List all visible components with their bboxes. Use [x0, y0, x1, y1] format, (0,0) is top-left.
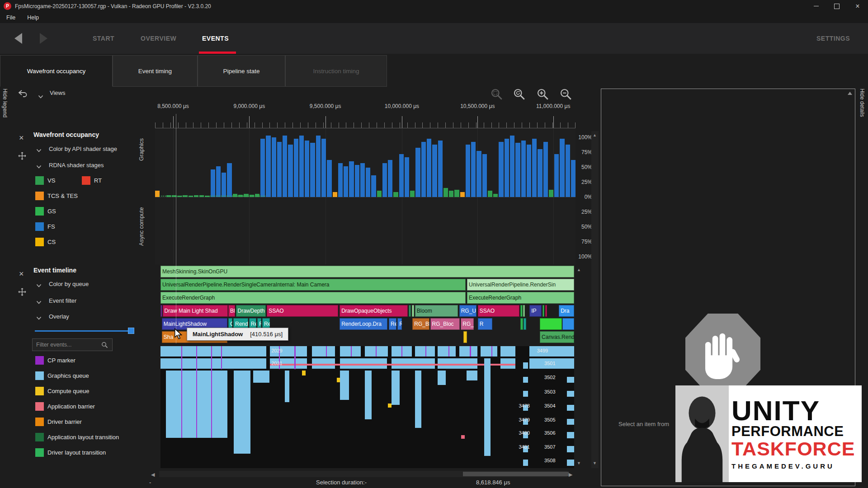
occupancy-bar[interactable] [488, 191, 492, 197]
occupancy-bar[interactable] [532, 139, 537, 197]
detail-bar[interactable] [567, 460, 574, 466]
color-by-queue-dropdown[interactable]: Color by queue [49, 281, 89, 287]
occupancy-bar[interactable] [299, 136, 304, 197]
occupancy-bar[interactable] [521, 141, 526, 197]
occupancy-bar[interactable] [460, 192, 465, 197]
occupancy-chart[interactable] [155, 136, 576, 197]
occupancy-bar[interactable] [216, 166, 221, 197]
occupancy-bar[interactable] [288, 145, 292, 197]
occupancy-bar[interactable] [344, 166, 348, 197]
occupancy-bar[interactable] [366, 168, 370, 197]
occupancy-bar[interactable] [454, 190, 459, 197]
detail-bar[interactable] [448, 346, 449, 357]
tab-start[interactable]: START [93, 23, 114, 54]
occupancy-bar[interactable] [327, 160, 331, 197]
detail-bar[interactable] [351, 346, 352, 357]
occupancy-bar[interactable] [333, 192, 337, 197]
vscroll-down-icon[interactable]: ▼ [593, 461, 597, 465]
occupancy-bar[interactable] [543, 142, 548, 197]
detail-bar[interactable] [401, 346, 402, 357]
detail-bar[interactable] [365, 371, 372, 419]
event-segment[interactable] [523, 305, 525, 317]
occupancy-bar[interactable] [443, 188, 448, 197]
detail-bar[interactable] [392, 371, 400, 405]
detail-bar[interactable] [181, 346, 182, 438]
detail-bar[interactable] [340, 371, 349, 400]
occupancy-bar[interactable] [321, 139, 326, 197]
event-segment[interactable]: SSAO [267, 305, 338, 317]
occupancy-bar[interactable] [393, 192, 398, 197]
occupancy-bar[interactable] [272, 137, 276, 197]
event-segment[interactable] [542, 305, 545, 317]
event-segment[interactable]: ExecuteRenderGraph [467, 292, 574, 304]
detail-bar[interactable] [270, 364, 516, 366]
occupancy-bar[interactable] [471, 142, 476, 197]
back-button[interactable] [14, 33, 22, 44]
occupancy-bar[interactable] [549, 190, 553, 197]
detail-bar[interactable] [376, 346, 377, 357]
detail-bar[interactable] [425, 346, 426, 357]
occupancy-bar[interactable] [476, 151, 481, 197]
occupancy-bar[interactable] [571, 160, 576, 197]
zoom-reset-button[interactable] [513, 88, 526, 101]
event-segment[interactable] [412, 305, 414, 317]
minimize-button[interactable] [806, 0, 826, 12]
maximize-button[interactable] [826, 0, 847, 12]
occupancy-bar[interactable] [410, 191, 415, 197]
event-segment[interactable]: MeshSkinning.SkinOnGPU [160, 266, 574, 277]
occupancy-bar[interactable] [371, 175, 376, 197]
close-button[interactable]: × [847, 0, 868, 12]
occupancy-bar[interactable] [427, 139, 431, 197]
subtab-pipeline-state[interactable]: Pipeline state [198, 55, 285, 87]
rows-scroll-down-icon[interactable]: ▼ [577, 461, 581, 465]
detail-bar[interactable] [285, 371, 290, 402]
occupancy-bar[interactable] [388, 160, 392, 197]
filter-events-input[interactable] [32, 338, 113, 351]
detail-bar[interactable] [567, 446, 574, 452]
detail-bar[interactable] [567, 432, 574, 438]
occupancy-bar[interactable] [360, 163, 365, 197]
event-segment[interactable] [409, 305, 411, 317]
occupancy-bar[interactable] [227, 163, 231, 197]
vscroll-up-icon[interactable]: ▲ [593, 133, 597, 137]
detail-bar[interactable] [160, 358, 266, 369]
detail-bar[interactable] [470, 346, 471, 357]
occupancy-bar[interactable] [266, 136, 270, 197]
detail-bar[interactable] [523, 460, 528, 466]
timeline-opacity-slider-handle[interactable] [128, 328, 134, 334]
detail-bar[interactable] [467, 371, 477, 380]
occupancy-bar[interactable] [305, 141, 309, 197]
event-segment[interactable] [160, 305, 162, 317]
ruler[interactable] [155, 114, 576, 128]
event-segment[interactable]: Re [389, 318, 396, 330]
detail-bar[interactable] [196, 346, 197, 438]
views-back-button[interactable] [18, 89, 28, 99]
occupancy-bar[interactable] [499, 142, 503, 197]
horizontal-scrollbar-thumb[interactable] [463, 472, 569, 476]
occupancy-bar[interactable] [405, 157, 409, 197]
event-segment[interactable] [520, 318, 523, 330]
detail-bar[interactable] [459, 346, 477, 357]
hide-details-strip[interactable]: Hide details [859, 89, 865, 117]
detail-bar[interactable] [523, 362, 528, 369]
details-scroll-up-icon[interactable] [848, 92, 852, 95]
occupancy-bar[interactable] [277, 142, 282, 197]
event-segment[interactable]: RG_ [461, 318, 473, 330]
hscroll-right-icon[interactable]: ▶ [569, 472, 572, 478]
occupancy-bar[interactable] [482, 154, 487, 197]
event-detail-timeline[interactable]: 2029203134993501350235033504350535063507… [160, 346, 574, 468]
timeline-opacity-slider-track[interactable] [35, 330, 131, 332]
event-segment[interactable] [562, 318, 574, 330]
event-segment[interactable] [540, 318, 561, 330]
detail-bar[interactable] [312, 346, 335, 357]
occupancy-bar[interactable] [566, 145, 570, 197]
event-segment[interactable]: DrawDepth [236, 305, 266, 317]
event-segment[interactable]: Canvas.Rend [540, 331, 574, 343]
event-segment[interactable]: RG_U [459, 305, 476, 317]
detail-bar[interactable] [523, 377, 528, 383]
occupancy-bar[interactable] [466, 145, 470, 197]
occupancy-bar[interactable] [510, 136, 514, 197]
detail-bar[interactable] [438, 371, 446, 385]
views-dropdown[interactable]: Views [50, 89, 65, 96]
occupancy-bar[interactable] [222, 173, 226, 197]
